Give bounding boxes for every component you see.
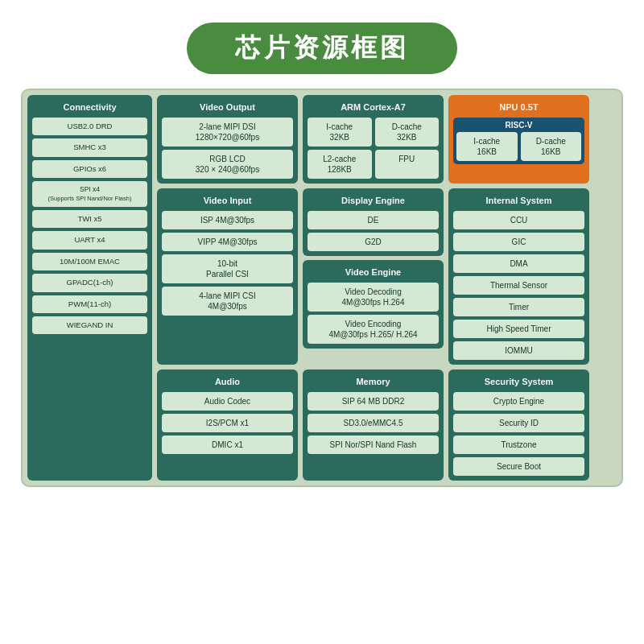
memory-section: Memory SIP 64 MB DDR2 SD3.0/eMMC4.5 SPI … (303, 369, 444, 481)
cell-mipi-dsi: 2-lane MIPI DSI1280×720@60fps (162, 118, 293, 147)
arm-row1: I-cache32KB D-cache32KB (308, 118, 439, 147)
cell-i2s-pcm: I2S/PCM x1 (162, 414, 293, 432)
placeholder-r3c4 (594, 369, 644, 481)
cell-spi: SPI x4(Supports SPI Nand/Nor Flash) (32, 181, 147, 207)
cell-de: DE (308, 211, 439, 229)
cell-gpadc: GPADC(1-ch) (32, 274, 147, 291)
cell-video-decoding: Video Decoding4M@30fps H.264 (308, 283, 439, 312)
cell-gic: GIC (453, 233, 584, 251)
cell-dmic: DMIC x1 (162, 436, 293, 454)
arm-row2: L2-cache128KB FPU (308, 150, 439, 179)
cell-g2d: G2D (308, 233, 439, 251)
arm-section: ARM Cortex-A7 I-cache32KB D-cache32KB L2… (303, 95, 444, 184)
placeholder-r2c4 (594, 188, 644, 365)
cell-icache32: I-cache32KB (308, 118, 372, 147)
cell-gpios: GPIOs x6 (32, 160, 147, 178)
security-section: Security System Crypto Engine Security I… (448, 369, 589, 481)
npu-section: NPU 0.5T RISC-V I-cache16KB D-cache16KB (448, 95, 589, 184)
cell-l2cache: L2-cache128KB (308, 150, 372, 179)
cell-rgb-lcd: RGB LCD320 × 240@60fps (162, 150, 293, 179)
cell-secure-boot: Secure Boot (453, 457, 584, 476)
video-engine-title: Video Engine (308, 265, 439, 279)
cell-audio-codec: Audio Codec (162, 392, 293, 411)
cell-twi: TWI x5 (32, 210, 147, 228)
cell-smhc: SMHC x3 (32, 138, 147, 156)
internal-system-title: Internal System (453, 193, 584, 208)
cell-pwm: PWM(11-ch) (32, 295, 147, 313)
video-input-section: Video Input ISP 4M@30fps VIPP 4M@30fps 1… (157, 188, 298, 365)
security-title: Security System (453, 374, 584, 389)
cell-video-encoding: Video Encoding4M@30fps H.265/ H.264 (308, 315, 439, 344)
connectivity-section: Connectivity USB2.0 DRD SMHC x3 GPIOs x6… (27, 95, 152, 481)
cell-sd-emmc: SD3.0/eMMC4.5 (308, 414, 439, 432)
risc-v-inner: RISC-V I-cache16KB D-cache16KB (453, 118, 584, 164)
video-output-title: Video Output (162, 100, 293, 114)
cell-timer: Timer (453, 298, 584, 316)
audio-title: Audio (162, 374, 293, 389)
cell-uart: UART x4 (32, 231, 147, 249)
cell-dcache16: D-cache16KB (521, 132, 582, 161)
display-video-col: Display Engine DE G2D Video Engine Video… (303, 188, 444, 365)
page-container: 芯片资源框图 Video Output 2-lane MIPI DSI1280×… (8, 8, 636, 636)
video-engine-section: Video Engine Video Decoding4M@30fps H.26… (303, 260, 444, 349)
cell-iommu: IOMMU (453, 341, 584, 360)
cell-crypto-engine: Crypto Engine (453, 392, 584, 411)
cell-security-id: Security ID (453, 414, 584, 432)
cell-vipp: VIPP 4M@30fps (162, 233, 293, 251)
cell-trustzone: Trustzone (453, 436, 584, 454)
cell-isp: ISP 4M@30fps (162, 211, 293, 229)
page-title: 芯片资源框图 (235, 31, 409, 66)
cell-icache16: I-cache16KB (456, 132, 518, 161)
display-engine-section: Display Engine DE G2D (303, 188, 444, 256)
npu-title: NPU 0.5T (453, 100, 584, 114)
cell-dcache32: D-cache32KB (375, 118, 440, 147)
cell-spi-nor-nand: SPI Nor/SPI Nand Flash (308, 436, 439, 454)
risc-v-title: RISC-V (456, 121, 581, 130)
arm-title: ARM Cortex-A7 (308, 100, 439, 114)
cell-ccu: CCU (453, 211, 584, 229)
display-engine-title: Display Engine (308, 193, 439, 208)
video-output-section: Video Output 2-lane MIPI DSI1280×720@60f… (157, 95, 298, 184)
connectivity-title: Connectivity (32, 100, 147, 114)
memory-title: Memory (308, 374, 439, 389)
cell-emac: 10M/100M EMAC (32, 253, 147, 270)
audio-section: Audio Audio Codec I2S/PCM x1 DMIC x1 (157, 369, 298, 481)
cell-mipi-csi: 4-lane MIPI CSI4M@30fps (162, 287, 293, 316)
main-grid: Video Output 2-lane MIPI DSI1280×720@60f… (21, 89, 623, 487)
cell-dma: DMA (453, 254, 584, 273)
risc-v-caches: I-cache16KB D-cache16KB (456, 132, 581, 161)
cell-fpu: FPU (375, 150, 440, 179)
cell-parallel-csi: 10-bitParallel CSI (162, 254, 293, 283)
cell-sip-ddr2: SIP 64 MB DDR2 (308, 392, 439, 411)
internal-system-section: Internal System CCU GIC DMA Thermal Sens… (448, 188, 589, 365)
cell-high-speed-timer: High Speed Timer (453, 320, 584, 338)
cell-thermal-sensor: Thermal Sensor (453, 276, 584, 295)
cell-usb: USB2.0 DRD (32, 118, 147, 135)
video-input-title: Video Input (162, 193, 293, 208)
title-bar: 芯片资源框图 (187, 23, 457, 74)
cell-wiegand: WIEGAND IN (32, 316, 147, 334)
